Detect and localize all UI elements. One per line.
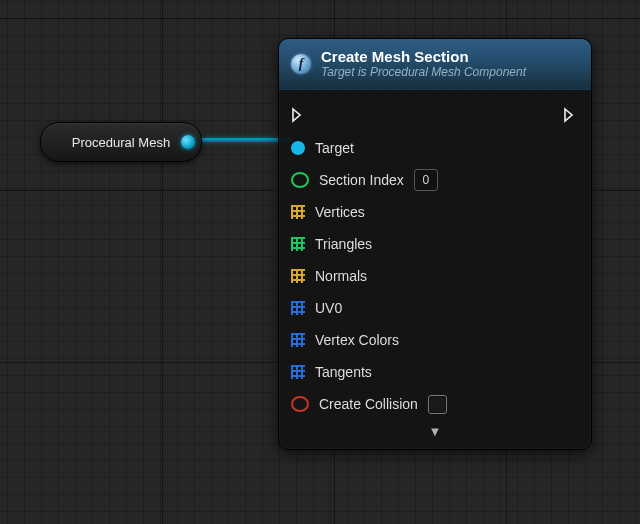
normals-label: Normals [315,268,367,284]
create-collision-pin[interactable] [291,396,309,412]
create-collision-label: Create Collision [319,396,418,412]
section-index-pin[interactable] [291,172,309,188]
section-index-label: Section Index [319,172,404,188]
node-procedural-mesh[interactable]: Procedural Mesh [40,122,202,162]
node-body: Target Section Index 0 Vertices Triangle… [279,90,591,445]
triangles-pin[interactable] [291,237,305,251]
normals-pin[interactable] [291,269,305,283]
uv0-label: UV0 [315,300,342,316]
node-subtitle: Target is Procedural Mesh Component [321,66,526,80]
blueprint-graph[interactable]: Procedural Mesh f Create Mesh Section Ta… [0,0,640,524]
target-pin[interactable] [291,141,305,155]
node-create-mesh-section[interactable]: f Create Mesh Section Target is Procedur… [278,38,592,450]
vertices-pin[interactable] [291,205,305,219]
target-label: Target [315,140,354,156]
tangents-pin[interactable] [291,365,305,379]
expand-node-arrow[interactable]: ▼ [291,420,579,439]
node-title: Create Mesh Section [321,48,526,65]
uv0-pin[interactable] [291,301,305,315]
vertices-label: Vertices [315,204,365,220]
create-collision-checkbox[interactable] [428,395,447,414]
node-procedural-mesh-label: Procedural Mesh [72,135,170,150]
function-icon: f [291,54,311,74]
section-index-input[interactable]: 0 [414,169,438,191]
triangles-label: Triangles [315,236,372,252]
vertex-colors-pin[interactable] [291,333,305,347]
vertex-colors-label: Vertex Colors [315,332,399,348]
procedural-mesh-output-pin[interactable] [181,135,195,149]
tangents-label: Tangents [315,364,372,380]
node-header[interactable]: f Create Mesh Section Target is Procedur… [279,39,591,90]
exec-out-pin[interactable] [563,107,579,123]
exec-in-pin[interactable] [291,107,307,123]
